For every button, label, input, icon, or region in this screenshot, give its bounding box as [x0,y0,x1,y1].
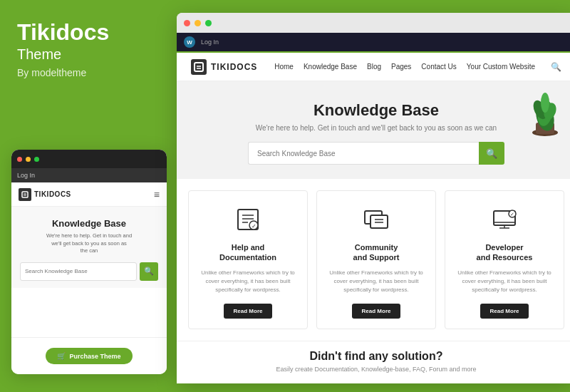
svg-rect-0 [22,192,28,197]
nav-pages[interactable]: Pages [391,63,411,71]
nav-contact[interactable]: Contact Us [421,63,456,71]
bottom-banner: Didn't find any solution? Easily create … [177,341,570,377]
mobile-nav: TIKIDOCS ≡ [11,182,167,207]
card-help-docs: ✓ Help andDocumentation Unlike other Fra… [188,190,308,329]
svg-point-12 [541,93,549,113]
site-logo-text: TIKIDOCS [211,62,257,72]
card-developer: ✓ Developerand Resources Unlike other Fr… [445,190,564,329]
mobile-login-label: Log In [17,172,35,179]
browser-dot-yellow [195,20,201,26]
card-2-btn[interactable]: Read More [352,304,401,319]
hamburger-icon[interactable]: ≡ [154,189,160,200]
browser-dot-red [184,20,190,26]
nav-links: Home Knowledge Base Blog Pages Contact U… [274,62,561,72]
mobile-hero-sub: We're here to help. Get in touch andwe'l… [20,232,158,255]
mobile-login-bar: Log In [11,168,167,182]
purchase-theme-button[interactable]: 🛒 Purchase Theme [46,348,132,364]
card-icon-help: ✓ [232,204,264,235]
hero-search-row: 🔍 [248,142,504,165]
left-panel: Tikidocs Theme By modeltheme Log In TIKI… [0,0,177,392]
hero-subtitle: We're here to help. Get in touch and we'… [191,124,561,132]
browser-window: W Log In TIKIDOCS Home Knowledge Base Bl… [177,13,570,383]
card-2-title: Communityand Support [326,242,427,263]
card-icon-developer: ✓ [489,204,520,235]
svg-text:✓: ✓ [252,223,256,229]
browser-topbar-login: Log In [201,38,219,46]
svg-rect-20 [370,215,388,228]
browser-topbar: W Log In [177,33,570,51]
nav-kb[interactable]: Knowledge Base [304,63,357,71]
mobile-bottom-bar: 🛒 Purchase Theme [11,337,167,374]
mobile-search-button[interactable]: 🔍 [140,262,158,281]
mobile-hero-title: Knowledge Base [20,218,158,229]
mobile-preview-card: Log In TIKIDOCS ≡ Knowledge Base We're h… [11,150,167,374]
svg-rect-3 [195,63,203,71]
mobile-search-input[interactable] [20,262,137,281]
hero-search-button[interactable]: 🔍 [479,142,504,165]
card-3-btn[interactable]: Read More [480,304,529,319]
site-logo-icon [191,59,207,75]
purchase-label: Purchase Theme [69,353,120,360]
brand-subtitle: Theme [17,46,160,63]
site-nav: TIKIDOCS Home Knowledge Base Blog Pages … [177,53,570,81]
mobile-search-row: 🔍 [20,262,158,281]
cards-section: ✓ Help andDocumentation Unlike other Fra… [177,179,570,341]
mobile-logo-text: TIKIDOCS [34,190,71,198]
nav-search-icon[interactable]: 🔍 [551,62,561,72]
card-icon-community [361,204,392,235]
mobile-hero: Knowledge Base We're here to help. Get i… [11,207,167,288]
svg-text:✓: ✓ [510,212,514,217]
nav-blog[interactable]: Blog [367,63,381,71]
card-1-title: Help andDocumentation [197,242,299,263]
nav-custom[interactable]: Your Custom Website [467,63,535,71]
hero-search-input[interactable] [248,142,479,165]
dot-yellow [26,157,31,162]
brand-title: Tikidocs [17,20,160,45]
mobile-logo: TIKIDOCS [19,188,71,201]
bottom-title: Didn't find any solution? [191,350,561,363]
wp-icon: W [184,36,195,48]
dot-green [34,157,39,162]
plant-decoration [520,81,570,138]
brand-by: By modeltheme [17,67,160,78]
card-community: Communityand Support Unlike other Framew… [316,190,436,329]
bottom-sub: Easily create Documentation, Knowledge-b… [191,366,561,373]
card-1-desc: Unlike other Frameworks which try to cov… [197,269,299,294]
browser-dot-green [205,20,212,26]
card-3-desc: Unlike other Frameworks which try to cov… [454,269,555,294]
mobile-card-topbar [11,150,167,168]
site-logo: TIKIDOCS [191,59,257,75]
card-2-desc: Unlike other Frameworks which try to cov… [326,269,427,294]
mobile-logo-icon [19,188,31,201]
hero-section: Knowledge Base We're here to help. Get i… [177,81,570,179]
purchase-icon: 🛒 [57,352,66,360]
card-1-btn[interactable]: Read More [224,304,273,319]
browser-chrome [177,13,570,33]
hero-title: Knowledge Base [191,101,561,120]
card-3-title: Developerand Resources [454,242,555,263]
dot-red [17,157,22,162]
nav-home[interactable]: Home [274,63,294,71]
